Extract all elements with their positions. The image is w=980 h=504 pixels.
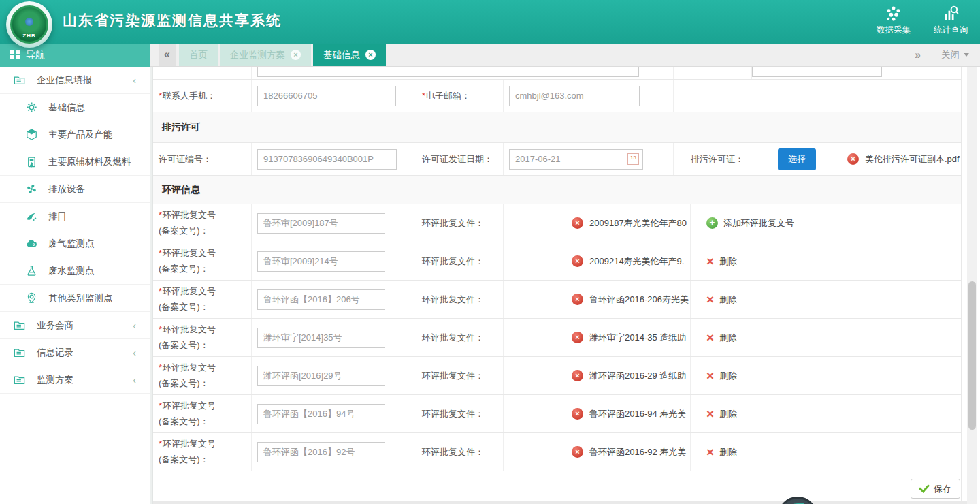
eia-file-name[interactable]: 2009187寿光美伦年产80 <box>589 217 687 230</box>
delete-icon[interactable]: × <box>706 446 714 458</box>
sidebar-item[interactable]: 排放设备 <box>0 176 150 203</box>
delete-icon[interactable]: × <box>706 408 714 420</box>
sidebar-item[interactable]: 信息记录‹ <box>0 339 150 366</box>
clipped-input[interactable] <box>752 67 882 77</box>
eia-doc-input[interactable] <box>257 404 385 424</box>
fuel-icon <box>24 155 38 169</box>
license-no-input[interactable] <box>257 149 397 170</box>
calendar-icon[interactable]: 15 <box>627 153 639 165</box>
sidebar-item[interactable]: 企业信息填报‹ <box>0 67 150 94</box>
check-icon <box>919 482 930 492</box>
menu-grid-icon <box>10 50 20 61</box>
eia-file-name[interactable]: 鲁环评函2016-92 寿光美 <box>589 446 686 458</box>
eia-file-name[interactable]: 2009214寿光美伦年产9. <box>589 255 684 268</box>
add-eia-doc-button[interactable]: 添加环评批复文号 <box>723 217 794 230</box>
eia-file-name[interactable]: 鲁环评函2016-94 寿光美 <box>589 408 686 420</box>
sidebar-item[interactable]: 主要原辅材料及燃料 <box>0 148 150 176</box>
eia-row: *环评批复文号(备案文号)：环评批复文件：×鲁环评函2016-92 寿光美×删除 <box>153 433 961 471</box>
delete-icon[interactable]: × <box>706 370 714 381</box>
permit-file-name[interactable]: 美伦排污许可证副本.pdf <box>865 153 960 166</box>
delete-row-button[interactable]: 删除 <box>719 370 737 382</box>
app-header: ZHB 山东省污染源监测信息共享系统 数据采集 <box>0 0 980 44</box>
tab-item[interactable]: 首页 <box>179 44 218 66</box>
eia-file-name[interactable]: 潍环审字2014-35 造纸助 <box>589 332 686 344</box>
eia-doc-input[interactable] <box>257 213 385 234</box>
chevron-collapse-icon[interactable]: ‹ <box>133 375 136 385</box>
tabs-scroll-right-button[interactable]: » <box>915 49 921 61</box>
delete-icon[interactable]: × <box>706 294 714 305</box>
phone-label: *联系人手机： <box>159 90 216 102</box>
logo-emblem-icon: ZHB <box>10 5 48 44</box>
remove-file-icon[interactable]: × <box>572 446 583 458</box>
eia-doc-input[interactable] <box>257 328 385 348</box>
sidebar-item[interactable]: 业务会商‹ <box>0 312 150 339</box>
folder-icon <box>12 346 26 360</box>
delete-row-button[interactable]: 删除 <box>719 255 737 268</box>
eia-doc-label: *环评批复文号(备案文号)： <box>159 246 216 277</box>
eia-doc-input[interactable] <box>257 289 385 310</box>
sidebar-item[interactable]: 排口 <box>0 203 150 230</box>
delete-row-button[interactable]: 删除 <box>719 446 737 458</box>
issue-date-label: 许可证发证日期： <box>422 153 493 166</box>
page-title: 山东省污染源监测信息共享系统 <box>63 11 282 30</box>
data-collection-button[interactable]: 数据采集 <box>872 5 915 36</box>
sidebar-item[interactable]: 废气监测点 <box>0 230 150 257</box>
permit-row: 许可证编号： 许可证发证日期： 15 排污许可证： 选择 × 美伦排污许可证副本 <box>153 143 961 176</box>
eia-doc-label: *环评批复文号(备案文号)： <box>159 437 216 468</box>
add-icon[interactable]: + <box>706 217 718 229</box>
scrollbar-thumb[interactable] <box>968 281 976 430</box>
remove-file-icon[interactable]: × <box>572 408 583 420</box>
delete-row-button[interactable]: 删除 <box>719 332 737 344</box>
eia-file-label: 环评批复文件： <box>422 255 484 268</box>
eia-file-label: 环评批复文件： <box>422 370 484 382</box>
choose-file-button[interactable]: 选择 <box>778 148 816 170</box>
tab-item[interactable]: 企业监测方案× <box>220 44 311 66</box>
eia-doc-input[interactable] <box>257 366 385 386</box>
eia-row: *环评批复文号(备案文号)：环评批复文件：×鲁环评函2016-206寿光美×删除 <box>153 281 961 319</box>
delete-icon[interactable]: × <box>706 332 714 343</box>
sidebar-item[interactable]: 基础信息 <box>0 94 150 121</box>
dots-grid-icon <box>885 5 902 22</box>
eia-file-name[interactable]: 潍环评函2016-29 造纸助 <box>589 370 686 382</box>
eia-row: *环评批复文号(备案文号)：环评批复文件：×潍环评函2016-29 造纸助×删除 <box>153 357 961 395</box>
flask-icon <box>24 264 38 278</box>
delete-row-button[interactable]: 删除 <box>719 408 737 420</box>
pin-icon <box>24 292 38 305</box>
clipped-input[interactable] <box>257 67 639 77</box>
remove-file-icon[interactable]: × <box>572 294 583 305</box>
phone-input[interactable] <box>257 86 396 106</box>
eia-doc-input[interactable] <box>257 442 385 462</box>
remove-file-icon[interactable]: × <box>572 255 583 267</box>
close-menu-button[interactable]: 关闭 <box>941 49 969 61</box>
eia-row: *环评批复文号(备案文号)：环评批复文件：×鲁环评函2016-94 寿光美×删除 <box>153 395 961 433</box>
email-input[interactable] <box>509 86 640 106</box>
sidebar-item[interactable]: 其他类别监测点 <box>0 285 150 312</box>
remove-file-icon[interactable]: × <box>572 332 583 343</box>
folder-icon <box>12 319 26 332</box>
eia-file-label: 环评批复文件： <box>422 332 484 344</box>
tab-item[interactable]: 基础信息× <box>313 44 386 66</box>
chevron-collapse-icon[interactable]: ‹ <box>133 347 136 358</box>
stats-query-button[interactable]: 统计查询 <box>930 5 972 36</box>
remove-file-icon[interactable]: × <box>847 153 859 165</box>
tab-close-icon[interactable]: × <box>291 50 301 60</box>
sidebar-item[interactable]: 监测方案‹ <box>0 366 150 394</box>
chevron-down-icon <box>964 53 969 57</box>
sidebar-item[interactable]: 废水监测点 <box>0 257 150 285</box>
delete-row-button[interactable]: 删除 <box>719 294 737 306</box>
save-button[interactable]: 保存 <box>911 479 960 499</box>
permit-section-title: 排污许可 <box>162 121 200 133</box>
remove-file-icon[interactable]: × <box>572 370 583 381</box>
sidebar-nav-header[interactable]: 导航 <box>0 44 150 67</box>
sidebar-item[interactable]: 主要产品及产能 <box>0 121 150 148</box>
tab-close-icon[interactable]: × <box>365 50 376 60</box>
issue-date-input[interactable] <box>509 149 643 170</box>
remove-file-icon[interactable]: × <box>572 217 583 229</box>
eia-doc-input[interactable] <box>257 251 385 272</box>
tabs-scroll-left-button[interactable]: « <box>159 44 176 66</box>
chevron-collapse-icon[interactable]: ‹ <box>133 75 136 86</box>
scrollbar-track[interactable] <box>967 67 977 504</box>
eia-file-name[interactable]: 鲁环评函2016-206寿光美 <box>589 294 689 306</box>
chevron-collapse-icon[interactable]: ‹ <box>133 320 136 331</box>
delete-icon[interactable]: × <box>706 255 714 267</box>
